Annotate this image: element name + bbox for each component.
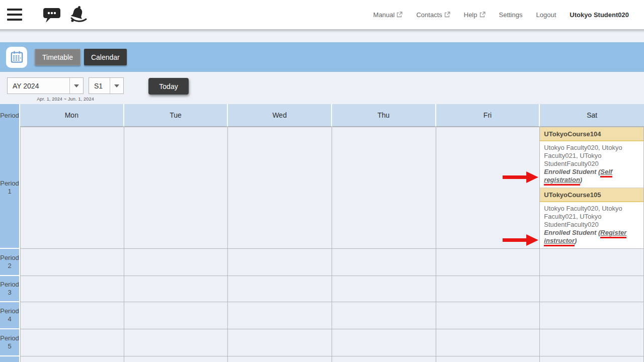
nav-manual-label: Manual — [373, 11, 395, 19]
period-column-header: Period — [0, 104, 20, 127]
cell-thu-p3[interactable] — [332, 276, 436, 302]
course-title: UTokyoCourse105 — [540, 188, 643, 202]
period-5-row: Period 5 — [0, 329, 644, 356]
nav-settings-label: Settings — [499, 11, 523, 19]
cell-thu-p6[interactable] — [332, 356, 436, 362]
period-6-row-partial — [0, 356, 644, 362]
cell-thu-p4[interactable] — [332, 302, 436, 329]
cell-mon-p2[interactable] — [20, 249, 124, 276]
cell-mon-p5[interactable] — [20, 329, 124, 356]
cell-tue-p5[interactable] — [124, 329, 228, 356]
course-card-utokyocourse104[interactable]: UTokyoCourse104 Utokyo Faculty020, Utoky… — [540, 127, 643, 188]
cell-fri-p2[interactable] — [436, 249, 540, 276]
nav-help-label: Help — [464, 11, 477, 19]
period-3-row: Period 3 — [0, 276, 644, 302]
cell-fri-p1[interactable] — [436, 127, 540, 249]
annotation-arrow-register-instructor — [503, 234, 538, 248]
view-tabs: Timetable Calendar — [35, 49, 127, 65]
cell-tue-p1[interactable] — [124, 127, 228, 249]
enrollment-status: Enrolled Student (Register instructor) — [544, 229, 626, 246]
nav-contacts-label: Contacts — [416, 11, 442, 19]
controls-row: AY 2024 S1 Today Apr. 1, 2024 ~ Jun. 1, … — [0, 72, 644, 104]
tab-timetable[interactable]: Timetable — [35, 49, 80, 65]
period-4-row: Period 4 — [0, 302, 644, 329]
calendar-icon — [10, 50, 24, 64]
period-2-row: Period 2 — [0, 249, 644, 276]
period-6-label — [0, 356, 20, 362]
timetable-body: Period 1 UTokyoCourse104 Utokyo Faculty0… — [0, 127, 644, 362]
nav-logout-label: Logout — [536, 11, 556, 19]
term-value: S1 — [89, 78, 110, 94]
period-3-label: Period 3 — [0, 276, 20, 302]
cell-wed-p1[interactable] — [228, 127, 332, 249]
cell-fri-p6[interactable] — [436, 356, 540, 362]
cell-wed-p2[interactable] — [228, 249, 332, 276]
cell-tue-p6[interactable] — [124, 356, 228, 362]
term-date-range: Apr. 1, 2024 ~ Jun. 1, 2024 — [7, 97, 124, 102]
day-header-wed: Wed — [228, 104, 332, 127]
course-details: Utokyo Faculty020, Utokyo Faculty021, UT… — [540, 202, 643, 248]
cell-wed-p6[interactable] — [228, 356, 332, 362]
nav-help[interactable]: Help — [464, 11, 486, 19]
chevron-down-icon — [110, 78, 123, 94]
chat-icon[interactable] — [42, 7, 61, 23]
day-header-mon: Mon — [20, 104, 124, 127]
cell-tue-p3[interactable] — [124, 276, 228, 302]
nav-contacts[interactable]: Contacts — [416, 11, 450, 19]
calendar-badge — [6, 47, 27, 68]
cell-wed-p3[interactable] — [228, 276, 332, 302]
day-header-tue: Tue — [124, 104, 228, 127]
cell-mon-p1[interactable] — [20, 127, 124, 249]
cell-fri-p5[interactable] — [436, 329, 540, 356]
nav-logout[interactable]: Logout — [536, 11, 556, 19]
today-button[interactable]: Today — [148, 78, 189, 95]
cell-tue-p4[interactable] — [124, 302, 228, 329]
period-5-label: Period 5 — [0, 329, 20, 356]
cell-wed-p5[interactable] — [228, 329, 332, 356]
cell-wed-p4[interactable] — [228, 302, 332, 329]
notification-bell-icon[interactable] — [67, 5, 88, 25]
external-link-icon — [444, 12, 450, 18]
period-1-label: Period 1 — [0, 127, 20, 249]
course-title: UTokyoCourse104 — [540, 127, 643, 141]
cell-sat-p4[interactable] — [540, 302, 644, 329]
cell-sat-p6[interactable] — [540, 356, 644, 362]
cell-tue-p2[interactable] — [124, 249, 228, 276]
day-header-fri: Fri — [436, 104, 540, 127]
course-card-utokyocourse105[interactable]: UTokyoCourse105 Utokyo Faculty020, Utoky… — [540, 188, 643, 248]
period-4-label: Period 4 — [0, 302, 20, 329]
cell-fri-p4[interactable] — [436, 302, 540, 329]
cell-sat-p2[interactable] — [540, 249, 644, 276]
cell-sat-p3[interactable] — [540, 276, 644, 302]
course-instructors: Utokyo Faculty020, Utokyo Faculty021, UT… — [544, 205, 622, 228]
period-2-label: Period 2 — [0, 249, 20, 276]
period-1-row: Period 1 UTokyoCourse104 Utokyo Faculty0… — [0, 127, 644, 249]
cell-sat-p5[interactable] — [540, 329, 644, 356]
timetable-header-row: Period Mon Tue Wed Thu Fri Sat — [0, 104, 644, 127]
tab-calendar[interactable]: Calendar — [84, 49, 127, 65]
cell-mon-p6[interactable] — [20, 356, 124, 362]
day-header-sat: Sat — [540, 104, 644, 127]
cell-thu-p1[interactable] — [332, 127, 436, 249]
nav-settings[interactable]: Settings — [499, 11, 523, 19]
chevron-down-icon — [69, 78, 83, 94]
course-details: Utokyo Faculty020, Utokyo Faculty021, UT… — [540, 141, 643, 188]
view-banner: Timetable Calendar — [0, 42, 644, 72]
page: Manual Contacts Help Settings Logout Uto… — [0, 0, 644, 362]
top-bar: Manual Contacts Help Settings Logout Uto… — [0, 0, 644, 29]
cell-sat-p1: UTokyoCourse104 Utokyo Faculty020, Utoky… — [540, 127, 644, 249]
hamburger-menu-icon[interactable] — [7, 9, 22, 21]
cell-thu-p2[interactable] — [332, 249, 436, 276]
external-link-icon — [479, 12, 486, 18]
cell-thu-p5[interactable] — [332, 329, 436, 356]
academic-year-value: AY 2024 — [8, 78, 69, 94]
enrollment-status: Enrolled Student (Self registration) — [544, 168, 612, 186]
academic-year-select[interactable]: AY 2024 — [7, 77, 84, 94]
cell-mon-p3[interactable] — [20, 276, 124, 302]
cell-fri-p3[interactable] — [436, 276, 540, 302]
logged-in-username: Utokyo Student020 — [570, 11, 629, 19]
nav-manual[interactable]: Manual — [373, 11, 403, 19]
term-select[interactable]: S1 — [89, 77, 124, 94]
cell-mon-p4[interactable] — [20, 302, 124, 329]
top-nav: Manual Contacts Help Settings Logout Uto… — [373, 11, 629, 19]
